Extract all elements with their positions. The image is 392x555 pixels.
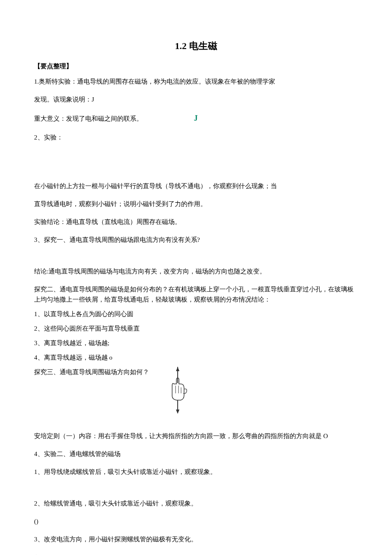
parentheses-2: ()	[34, 552, 358, 555]
paragraph-11: 探究三、通电直导线周围磁场方向如何？	[34, 367, 149, 377]
right-hand-rule-icon	[166, 367, 192, 414]
paragraph-15: 2、给螺线管通电，吸引大头针或靠近小磁针，观察现象。	[34, 498, 358, 509]
paragraph-6: 直导线通电时，观察到小磁针；说明小磁针受到了力的作用。	[34, 199, 358, 209]
paragraph-12: 安培定则（一）内容：用右手握住导线，让大拇指所指的方向跟一致，那么弯曲的四指所指…	[34, 431, 358, 441]
paragraph-8: 3、探究一、通电直导线周围的磁场跟电流方向有没有关系?	[34, 235, 358, 245]
inquiry-3-row: 探究三、通电直导线周围磁场方向如何？	[34, 367, 358, 414]
list-item-4: 4、离直导线越远，磁场越 o	[34, 352, 358, 363]
paragraph-9: 结论:通电直导线周围的磁场与电流方向有关，改变方向，磁场的方向也随之改变。	[34, 266, 358, 276]
list-item-1: 1、以直导线上各点为圆心的同心圆	[34, 309, 358, 319]
document-title: 1.2 电生磁	[34, 38, 358, 53]
paragraph-1: 1.奥斯特实验：通电导线的周围存在磁场，称为电流的效应。该现象在年被的物理学家	[34, 76, 358, 87]
parentheses-1: ()	[34, 516, 358, 526]
svg-marker-1	[176, 367, 179, 371]
j-symbol: J	[194, 112, 198, 125]
paragraph-13: 4、实验二、通电螺线管的磁场	[34, 449, 358, 459]
paragraph-10: 探究二、通电直导线周围的磁场是如何分布的？在有机玻璃板上穿一个小孔，一根直导线垂…	[34, 284, 358, 305]
paragraph-7: 实验结论：通电直导线（直线电流）周围存在磁场。	[34, 217, 358, 227]
paragraph-5: 在小磁针的上方拉一根与小磁针平行的直导线（导线不通电），你观察到什么现象；当	[34, 181, 358, 191]
paragraph-3: 重大意义：发现了电和磁之间的联系。	[34, 113, 143, 124]
paragraph-3-row: 重大意义：发现了电和磁之间的联系。 J	[34, 112, 358, 125]
svg-marker-7	[176, 410, 179, 414]
paragraph-14: 1、用导线绕成螺线管后，吸引大头针或靠近小磁针，观察现象。	[34, 467, 358, 477]
paragraph-2: 发现。该现象说明：J	[34, 94, 358, 105]
section-header: 【要点整理】	[34, 61, 358, 71]
paragraph-16: 3、改变电流方向，用小磁针探测螺线管的磁极有无变化。	[34, 534, 358, 544]
list-item-2: 2、这些同心圆所在平面与直导线垂直	[34, 323, 358, 334]
list-item-3: 3、离直导线越近，磁场越;	[34, 338, 358, 348]
paragraph-4: 2、实验：	[34, 132, 358, 142]
